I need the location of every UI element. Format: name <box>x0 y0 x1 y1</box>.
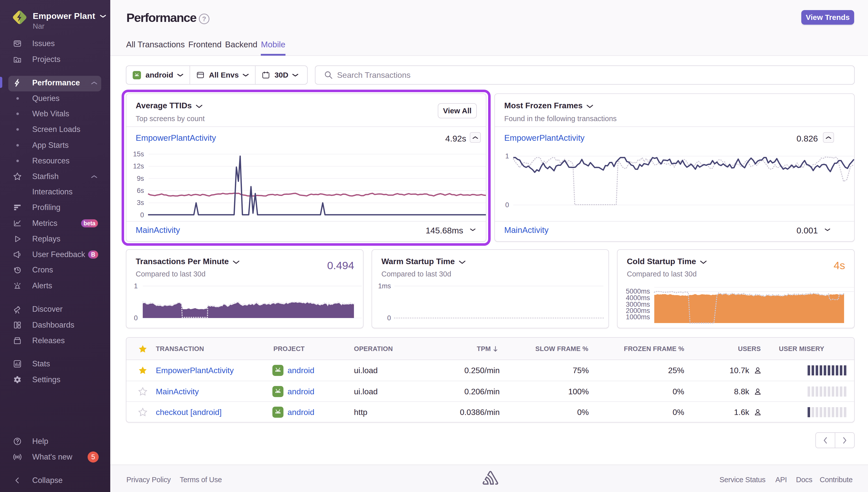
svg-text:0: 0 <box>140 211 144 219</box>
svg-text:12s: 12s <box>133 163 144 170</box>
svg-text:0: 0 <box>505 201 509 209</box>
svg-text:3s: 3s <box>137 199 144 206</box>
svg-text:15s: 15s <box>133 150 144 158</box>
svg-text:0: 0 <box>134 314 138 322</box>
svg-text:9s: 9s <box>137 175 144 182</box>
svg-text:1000ms: 1000ms <box>626 313 650 321</box>
svg-text:0: 0 <box>387 314 391 322</box>
svg-text:1: 1 <box>505 152 509 160</box>
svg-text:1: 1 <box>134 282 138 290</box>
svg-text:1ms: 1ms <box>378 282 391 290</box>
svg-text:6s: 6s <box>137 187 144 194</box>
